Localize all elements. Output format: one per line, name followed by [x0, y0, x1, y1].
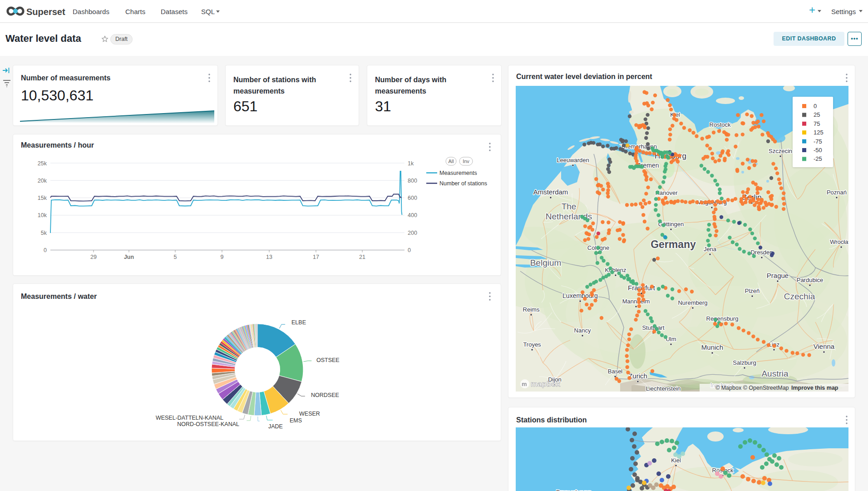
svg-text:Germany: Germany [651, 238, 696, 250]
svg-text:125: 125 [814, 129, 824, 136]
svg-text:Mannheim: Mannheim [622, 298, 650, 305]
svg-text:29: 29 [90, 254, 97, 260]
svg-text:1k: 1k [408, 160, 414, 167]
svg-text:JADE: JADE [268, 423, 283, 430]
svg-text:0: 0 [814, 103, 817, 109]
svg-text:ELBE: ELBE [291, 319, 306, 326]
svg-text:Belgium: Belgium [530, 258, 562, 268]
svg-text:10k: 10k [38, 212, 47, 218]
svg-text:Nancy: Nancy [574, 327, 591, 334]
svg-text:0: 0 [408, 247, 411, 253]
svg-text:EMS: EMS [290, 417, 302, 424]
svg-text:9: 9 [221, 254, 224, 260]
svg-text:Basel: Basel [608, 368, 623, 375]
svg-text:Szczecin: Szczecin [769, 148, 792, 154]
svg-text:15k: 15k [38, 195, 47, 201]
svg-text:Nuremberg: Nuremberg [678, 299, 707, 306]
svg-text:400: 400 [408, 212, 417, 218]
svg-text:NORD-OSTSEE-KANAL: NORD-OSTSEE-KANAL [177, 421, 239, 427]
svg-text:Bremerhaven: Bremerhaven [556, 489, 592, 491]
svg-text:Rostock: Rostock [710, 121, 731, 128]
svg-text:Jena: Jena [704, 246, 717, 253]
svg-text:Salzburg: Salzburg [733, 359, 756, 366]
svg-text:13: 13 [266, 254, 272, 260]
svg-text:Troyes: Troyes [523, 341, 541, 348]
svg-text:Leeuwarden: Leeuwarden [557, 157, 589, 164]
svg-text:m: m [522, 381, 527, 387]
svg-text:200: 200 [408, 230, 417, 236]
svg-text:Austria: Austria [761, 369, 789, 378]
svg-text:WESER: WESER [299, 411, 320, 417]
svg-text:© Mapbox © OpenStreetMap: © Mapbox © OpenStreetMap [715, 385, 789, 391]
svg-text:5k: 5k [41, 230, 47, 236]
svg-text:-50: -50 [814, 147, 822, 154]
svg-text:Munich: Munich [701, 343, 723, 351]
svg-text:Regensburg: Regensburg [706, 315, 739, 322]
svg-text:Pardubice: Pardubice [797, 277, 824, 283]
svg-text:Koblenz: Koblenz [605, 267, 626, 273]
svg-text:21: 21 [359, 254, 365, 260]
svg-text:800: 800 [408, 178, 417, 184]
svg-text:-25: -25 [814, 155, 822, 162]
svg-text:Prague: Prague [767, 272, 789, 279]
svg-text:The: The [562, 202, 577, 211]
svg-text:Amsterdam: Amsterdam [533, 188, 568, 196]
svg-text:Number of stations: Number of stations [439, 180, 487, 187]
svg-text:Vienna: Vienna [814, 342, 835, 350]
svg-text:NORDSEE: NORDSEE [311, 392, 339, 398]
svg-text:Poznań: Poznań [827, 189, 847, 196]
svg-text:25k: 25k [38, 160, 47, 167]
svg-text:5: 5 [174, 254, 177, 260]
svg-text:600: 600 [408, 195, 417, 201]
svg-text:Czechia: Czechia [784, 292, 815, 301]
svg-text:25: 25 [814, 111, 820, 118]
svg-text:Liechtenstein: Liechtenstein [646, 385, 681, 392]
svg-text:OSTSEE: OSTSEE [316, 357, 340, 363]
svg-text:17: 17 [313, 254, 319, 260]
svg-text:-75: -75 [814, 138, 822, 145]
svg-text:75: 75 [814, 120, 820, 127]
svg-text:Jun: Jun [124, 254, 134, 260]
svg-text:WESEL-DATTELN-KANAL: WESEL-DATTELN-KANAL [156, 415, 223, 421]
svg-text:All: All [448, 159, 454, 164]
svg-text:Measurements: Measurements [439, 170, 477, 176]
svg-text:Improve this map: Improve this map [791, 385, 838, 391]
svg-text:mapbox: mapbox [531, 380, 561, 388]
svg-text:Inv: Inv [463, 159, 469, 164]
svg-text:Reims: Reims [523, 306, 540, 313]
svg-text:20k: 20k [38, 178, 47, 184]
svg-text:Wrocław: Wrocław [830, 238, 848, 245]
svg-text:Plzeň: Plzeň [745, 288, 760, 294]
svg-text:0: 0 [44, 247, 47, 253]
